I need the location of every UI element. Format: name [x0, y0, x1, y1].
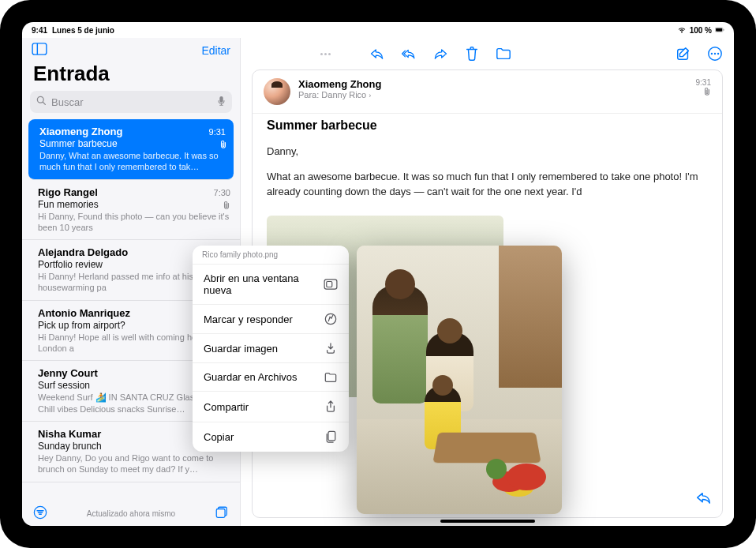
- ctx-share[interactable]: Compartir: [193, 392, 349, 422]
- mail-preview: Hi Danny, Found this photo — can you bel…: [38, 211, 230, 234]
- context-menu-overlay: Rico family photo.png Abrir en una venta…: [193, 246, 562, 514]
- mail-time: 9:31: [209, 127, 226, 137]
- status-time: 9:41: [32, 26, 47, 35]
- filter-button[interactable]: [33, 505, 47, 521]
- message-toolbar: [241, 38, 734, 69]
- message-subject: Summer barbecue: [253, 114, 722, 141]
- copy-icon: [324, 430, 338, 444]
- mailbox-title: Entrada: [22, 62, 240, 91]
- ctx-markup-reply[interactable]: Marcar y responder: [193, 305, 349, 334]
- svg-rect-2: [724, 29, 724, 31]
- context-menu: Rico family photo.png Abrir en una venta…: [193, 246, 349, 452]
- mail-item[interactable]: Xiaomeng Zhong 9:31 Summer barbecue Dann…: [28, 119, 234, 180]
- ctx-copy[interactable]: Copiar: [193, 422, 349, 452]
- battery-text: 100 %: [690, 26, 712, 35]
- mail-subject: Summer barbecue: [39, 138, 226, 149]
- svg-point-15: [717, 53, 719, 54]
- svg-rect-19: [327, 431, 335, 440]
- wifi-icon: [677, 26, 687, 34]
- sync-status: Actualizado ahora mismo: [87, 509, 175, 518]
- mail-sender: Antonio Manriquez: [38, 307, 130, 319]
- mail-item[interactable]: Rigo Rangel 7:30 Fun memories Hi Danny, …: [22, 180, 240, 241]
- compose-button[interactable]: [676, 46, 691, 62]
- chevron-right-icon: ›: [369, 92, 371, 99]
- toolbar-grabber-icon[interactable]: [320, 53, 331, 55]
- attachment-icon: [219, 140, 227, 151]
- svg-point-18: [325, 313, 335, 324]
- search-field[interactable]: Buscar: [30, 91, 232, 113]
- message-time: 9:31: [696, 78, 711, 87]
- markup-icon: [324, 313, 338, 325]
- message-to[interactable]: Para: Danny Rico ›: [298, 90, 688, 99]
- mail-sender: Rigo Rangel: [38, 186, 98, 198]
- reply-quick-button[interactable]: [695, 490, 713, 508]
- sidebar-toggle-icon[interactable]: [32, 43, 47, 58]
- attachment-preview[interactable]: [357, 246, 562, 514]
- mail-subject: Fun memories: [38, 199, 230, 210]
- message-from[interactable]: Xiaomeng Zhong: [298, 78, 688, 90]
- move-button[interactable]: [496, 46, 511, 62]
- svg-line-6: [43, 102, 45, 104]
- mail-sender: Jenny Court: [38, 367, 98, 379]
- window-icon: [324, 279, 338, 290]
- ctx-save-image[interactable]: Guardar imagen: [193, 334, 349, 363]
- mail-sender: Nisha Kumar: [38, 428, 101, 440]
- forward-button[interactable]: [432, 46, 448, 62]
- mail-sender: Alejandra Delgado: [38, 246, 128, 258]
- battery-icon: [715, 26, 724, 34]
- svg-point-14: [714, 53, 716, 54]
- home-indicator[interactable]: [440, 520, 535, 523]
- share-icon: [324, 400, 338, 414]
- mail-time: 7:30: [214, 188, 230, 197]
- download-icon: [324, 342, 338, 355]
- attachment-icon: [223, 201, 230, 212]
- dictation-icon[interactable]: [217, 96, 226, 109]
- search-placeholder: Buscar: [51, 96, 212, 108]
- ctx-open-new-window[interactable]: Abrir en una ventana nueva: [193, 265, 349, 305]
- trash-button[interactable]: [464, 46, 480, 62]
- context-menu-title: Rico family photo.png: [193, 246, 349, 265]
- status-bar: 9:41 Lunes 5 de junio 100 %: [22, 22, 734, 38]
- search-icon: [36, 96, 47, 108]
- status-date: Lunes 5 de junio: [52, 26, 114, 35]
- reply-all-button[interactable]: [401, 46, 417, 62]
- edit-button[interactable]: Editar: [201, 44, 230, 57]
- more-button[interactable]: [707, 46, 723, 62]
- sender-avatar[interactable]: [264, 78, 290, 105]
- reply-button[interactable]: [369, 46, 385, 62]
- message-body: Danny, What an awesome barbecue. It was …: [253, 141, 722, 212]
- folder-icon: [324, 372, 338, 383]
- svg-rect-3: [32, 43, 47, 54]
- svg-rect-17: [327, 282, 332, 287]
- mail-preview: Danny, What an awesome barbecue. It was …: [39, 150, 226, 173]
- svg-rect-7: [219, 96, 223, 102]
- svg-rect-1: [716, 28, 722, 32]
- mail-sender: Xiaomeng Zhong: [39, 126, 122, 137]
- attachment-icon: [696, 87, 711, 98]
- svg-point-13: [711, 53, 713, 54]
- ctx-save-files[interactable]: Guardar en Archivos: [193, 363, 349, 392]
